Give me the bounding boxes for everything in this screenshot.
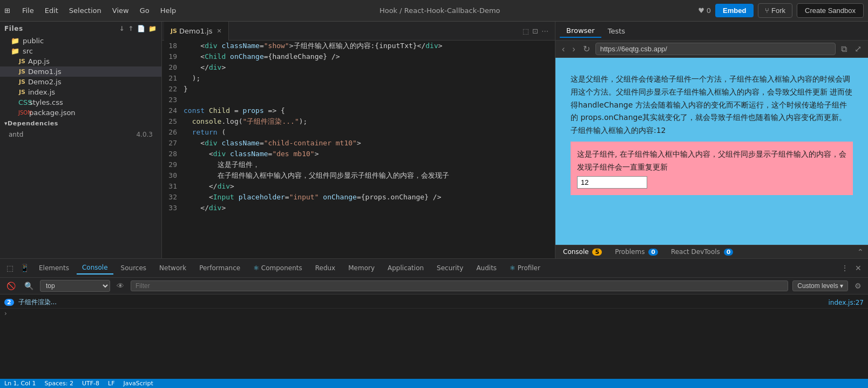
clear-console-icon[interactable]: 🚫	[4, 280, 18, 291]
nav-back-button[interactable]: ‹	[560, 43, 567, 55]
react-icon-1: ⚛	[253, 264, 261, 272]
file-appjs[interactable]: JS App.js	[0, 56, 161, 66]
tab-redux[interactable]: Redux	[310, 262, 341, 274]
menu-edit[interactable]: Edit	[39, 4, 64, 17]
js-file-icon-4: JS	[18, 89, 26, 96]
collapse-panel-icon[interactable]: ⊡	[532, 27, 538, 35]
file-demo2js[interactable]: JS Demo2.js	[0, 77, 161, 87]
sort-up-icon[interactable]: ↑	[128, 25, 134, 32]
console-message: 子组件渲染...	[18, 298, 57, 307]
tab-close-icon[interactable]: ✕	[216, 28, 221, 35]
editor-tab-demo1js[interactable]: JS Demo1.js ✕	[164, 22, 229, 41]
file-stylescss[interactable]: CSS styles.css	[0, 97, 161, 108]
tab-js-icon: JS	[171, 28, 177, 35]
tab-performance[interactable]: Performance	[194, 262, 246, 274]
code-line-21: 21 );	[162, 73, 555, 84]
code-line-32: 32 <Input placeholder="input" onChange={…	[162, 192, 555, 203]
console-file-ref[interactable]: index.js:27	[828, 299, 864, 306]
more-tabs-icon[interactable]: ⋮	[839, 263, 851, 273]
close-devtools-icon[interactable]: ✕	[853, 263, 864, 273]
embed-button[interactable]: Embed	[715, 4, 754, 17]
code-line-22: 22 }	[162, 84, 555, 95]
file-demo1js[interactable]: JS Demo1.js	[0, 66, 161, 77]
split-editor-icon[interactable]: ⬚	[523, 27, 529, 35]
new-file-icon[interactable]: 📄	[137, 25, 146, 32]
js-file-icon-3: JS	[18, 78, 26, 85]
deps-label: Dependencies	[8, 120, 58, 127]
dep-antd-name: antd	[9, 131, 23, 138]
bb-tab-problems[interactable]: Problems 0	[612, 247, 661, 257]
status-line-ending: LF	[108, 380, 114, 387]
sort-down-icon[interactable]: ↓	[119, 25, 125, 32]
tab-memory[interactable]: Memory	[343, 262, 380, 274]
expand-panel-button[interactable]: ⌃	[857, 247, 864, 256]
tab-audits[interactable]: Audits	[471, 262, 502, 274]
menu-go[interactable]: Go	[134, 4, 155, 17]
status-language: JavaScript	[124, 380, 153, 387]
deps-section-header[interactable]: ▾ Dependencies	[0, 118, 161, 129]
menu-file[interactable]: File	[17, 4, 39, 17]
more-options-icon[interactable]: ⋯	[541, 27, 548, 35]
bb-tab-console[interactable]: Console 5	[560, 247, 605, 257]
tab-profiler[interactable]: ⚛ Profiler	[504, 262, 546, 274]
breadcrumb: Hook / React-Hook-Callback-Demo	[181, 6, 698, 15]
filter-input[interactable]	[131, 280, 788, 291]
tab-elements[interactable]: Elements	[33, 262, 74, 274]
folder-src[interactable]: 📁 src	[0, 46, 161, 56]
app-preview: 这是父组件，父组件会传递给子组件一个方法，子组件在输入框输入内容的时候会调用这个…	[555, 58, 868, 245]
file-appjs-label: App.js	[28, 57, 50, 65]
files-header-icons[interactable]: ↓ ↑ 📄 📁	[119, 25, 157, 32]
child-input[interactable]	[577, 176, 647, 189]
eye-icon[interactable]: 👁	[114, 280, 126, 291]
menu-help[interactable]: Help	[155, 4, 182, 17]
folder-public[interactable]: 📁 public	[0, 36, 161, 46]
menu-view[interactable]: View	[107, 4, 134, 17]
files-header: Files ↓ ↑ 📄 📁	[0, 22, 161, 36]
file-packagejson-label: package.json	[29, 109, 76, 117]
tab-components[interactable]: ⚛ Components	[248, 262, 308, 274]
nav-refresh-button[interactable]: ↻	[581, 43, 592, 55]
editor-tab-icons: ⬚ ⊡ ⋯	[518, 27, 553, 35]
tab-console[interactable]: Console	[77, 262, 113, 275]
tab-sources[interactable]: Sources	[116, 262, 152, 274]
tab-application[interactable]: Application	[382, 262, 429, 274]
tab-tests[interactable]: Tests	[601, 25, 632, 37]
code-content[interactable]: 18 <div className="show">子组件输入框输入的内容:{in…	[162, 41, 555, 258]
create-sandbox-button[interactable]: Create Sandbox	[797, 3, 864, 18]
status-encoding: UTF-8	[82, 380, 99, 387]
expand-browser-icon[interactable]: ⤢	[852, 43, 864, 55]
nav-forward-button[interactable]: ›	[570, 43, 577, 55]
folder-icon: 📁	[11, 37, 19, 45]
url-bar-input[interactable]	[595, 43, 836, 55]
browser-panel-tabs: Browser Tests	[555, 22, 868, 41]
child-text: 这是子组件, 在子组件输入框中输入内容，父组件同步显示子组件输入的内容，会发现子…	[577, 150, 846, 171]
main-area: Files ↓ ↑ 📄 📁 📁 public 📁 src JS App.js J…	[0, 22, 868, 258]
tab-security[interactable]: Security	[431, 262, 469, 274]
tab-network[interactable]: Network	[154, 262, 192, 274]
dep-antd[interactable]: antd 4.0.3	[0, 129, 161, 140]
new-folder-icon[interactable]: 📁	[148, 25, 157, 32]
context-select[interactable]: top	[40, 280, 110, 292]
filter-icon[interactable]: 🔍	[22, 280, 36, 291]
custom-levels-button[interactable]: Custom levels ▾	[792, 280, 848, 291]
settings-icon[interactable]: ⚙	[852, 280, 864, 291]
fork-button[interactable]: ⑂ Fork	[758, 3, 792, 18]
menu-selection[interactable]: Selection	[64, 4, 107, 17]
code-line-28: 28 <div className="des mb10">	[162, 149, 555, 159]
code-line-23: 23	[162, 95, 555, 105]
devtools-panel: ⬚ 📱 Elements Console Sources Network Per…	[0, 258, 868, 388]
code-line-33: 33 </div>	[162, 203, 555, 213]
browser-nav: ‹ › ↻ ⧉ ⤢	[555, 41, 868, 58]
devtools-inspect-icon[interactable]: ⬚	[4, 263, 16, 273]
external-link-icon[interactable]: ⧉	[839, 43, 849, 55]
devtools-device-icon[interactable]: 📱	[18, 263, 31, 273]
tab-browser[interactable]: Browser	[560, 24, 601, 38]
editor-tabs: JS Demo1.js ✕ ⬚ ⊡ ⋯	[162, 22, 555, 41]
file-demo2js-label: Demo2.js	[28, 78, 61, 86]
json-file-icon: JSON	[18, 110, 26, 116]
grid-icon[interactable]: ⊞	[4, 6, 10, 15]
file-packagejson[interactable]: JSON package.json	[0, 108, 161, 118]
bb-tab-reactdevtools[interactable]: React DevTools 0	[668, 247, 736, 257]
file-indexjs[interactable]: JS index.js	[0, 87, 161, 97]
status-bar: Ln 1, Col 1 Spaces: 2 UTF-8 LF JavaScrip…	[0, 379, 868, 388]
